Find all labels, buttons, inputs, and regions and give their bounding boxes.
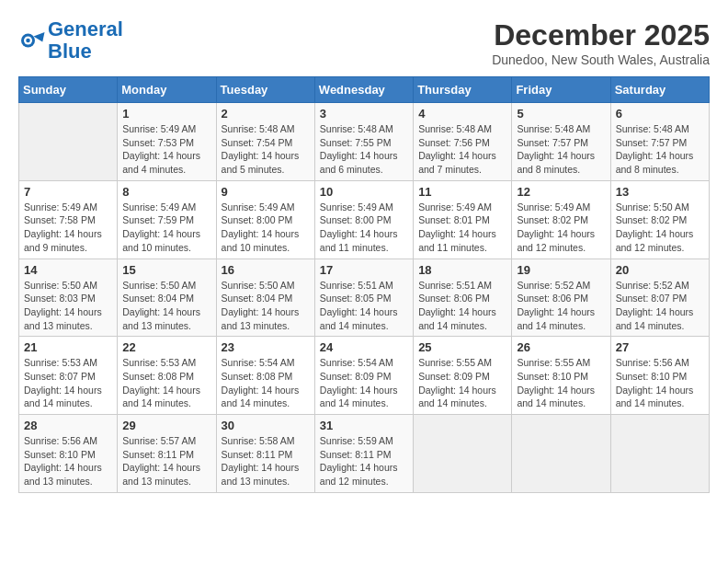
day-number: 27 bbox=[616, 340, 704, 354]
day-info: Sunrise: 5:48 AM Sunset: 7:57 PM Dayligh… bbox=[517, 122, 605, 177]
day-number: 18 bbox=[418, 263, 506, 277]
day-number: 23 bbox=[222, 340, 310, 354]
calendar-cell: 1Sunrise: 5:49 AM Sunset: 7:53 PM Daylig… bbox=[118, 103, 216, 181]
calendar-week-4: 21Sunrise: 5:53 AM Sunset: 8:07 PM Dayli… bbox=[19, 337, 710, 415]
day-info: Sunrise: 5:49 AM Sunset: 7:59 PM Dayligh… bbox=[122, 201, 210, 255]
day-info: Sunrise: 5:48 AM Sunset: 7:55 PM Dayligh… bbox=[320, 122, 408, 177]
day-number: 8 bbox=[122, 185, 210, 199]
title-area: December 2025 Dunedoo, New South Wales, … bbox=[492, 18, 710, 67]
calendar-cell bbox=[512, 415, 610, 493]
svg-point-2 bbox=[26, 39, 30, 43]
day-number: 17 bbox=[320, 263, 408, 277]
calendar-cell: 23Sunrise: 5:54 AM Sunset: 8:08 PM Dayli… bbox=[216, 337, 314, 415]
calendar-cell: 30Sunrise: 5:58 AM Sunset: 8:11 PM Dayli… bbox=[216, 415, 314, 493]
day-number: 26 bbox=[517, 340, 605, 354]
calendar-cell: 24Sunrise: 5:54 AM Sunset: 8:09 PM Dayli… bbox=[314, 337, 413, 415]
calendar-cell: 27Sunrise: 5:56 AM Sunset: 8:10 PM Dayli… bbox=[610, 337, 709, 415]
day-info: Sunrise: 5:51 AM Sunset: 8:06 PM Dayligh… bbox=[418, 279, 506, 333]
calendar-cell bbox=[610, 415, 709, 493]
calendar-cell: 12Sunrise: 5:49 AM Sunset: 8:02 PM Dayli… bbox=[512, 180, 610, 259]
day-number: 14 bbox=[24, 263, 112, 277]
day-info: Sunrise: 5:59 AM Sunset: 8:11 PM Dayligh… bbox=[320, 434, 408, 488]
day-number: 9 bbox=[222, 185, 310, 199]
calendar-cell: 6Sunrise: 5:48 AM Sunset: 7:57 PM Daylig… bbox=[610, 103, 709, 181]
calendar-cell: 25Sunrise: 5:55 AM Sunset: 8:09 PM Dayli… bbox=[414, 337, 512, 415]
calendar-cell: 29Sunrise: 5:57 AM Sunset: 8:11 PM Dayli… bbox=[118, 415, 216, 493]
day-number: 13 bbox=[616, 185, 704, 199]
day-info: Sunrise: 5:48 AM Sunset: 7:54 PM Dayligh… bbox=[222, 122, 310, 177]
day-info: Sunrise: 5:56 AM Sunset: 8:10 PM Dayligh… bbox=[616, 356, 704, 410]
day-header-sunday: Sunday bbox=[19, 77, 118, 103]
day-number: 3 bbox=[320, 107, 408, 121]
day-header-friday: Friday bbox=[512, 77, 610, 103]
calendar-header-row: SundayMondayTuesdayWednesdayThursdayFrid… bbox=[19, 77, 710, 103]
day-number: 12 bbox=[517, 185, 605, 199]
day-header-saturday: Saturday bbox=[610, 77, 709, 103]
day-info: Sunrise: 5:52 AM Sunset: 8:06 PM Dayligh… bbox=[517, 279, 605, 333]
day-info: Sunrise: 5:49 AM Sunset: 7:58 PM Dayligh… bbox=[24, 201, 112, 255]
day-number: 28 bbox=[24, 419, 112, 432]
calendar-cell: 16Sunrise: 5:50 AM Sunset: 8:04 PM Dayli… bbox=[216, 259, 314, 337]
month-title: December 2025 bbox=[492, 18, 710, 52]
day-info: Sunrise: 5:58 AM Sunset: 8:11 PM Dayligh… bbox=[222, 434, 310, 488]
day-number: 24 bbox=[320, 340, 408, 354]
calendar-cell: 2Sunrise: 5:48 AM Sunset: 7:54 PM Daylig… bbox=[216, 103, 314, 181]
calendar-week-2: 7Sunrise: 5:49 AM Sunset: 7:58 PM Daylig… bbox=[19, 180, 710, 259]
calendar-cell: 18Sunrise: 5:51 AM Sunset: 8:06 PM Dayli… bbox=[414, 259, 512, 337]
day-info: Sunrise: 5:49 AM Sunset: 8:02 PM Dayligh… bbox=[517, 201, 605, 255]
day-info: Sunrise: 5:53 AM Sunset: 8:08 PM Dayligh… bbox=[122, 356, 210, 410]
day-number: 15 bbox=[122, 263, 210, 277]
day-info: Sunrise: 5:49 AM Sunset: 8:00 PM Dayligh… bbox=[222, 201, 310, 255]
day-info: Sunrise: 5:49 AM Sunset: 8:00 PM Dayligh… bbox=[320, 201, 408, 255]
calendar-cell: 28Sunrise: 5:56 AM Sunset: 8:10 PM Dayli… bbox=[19, 415, 118, 493]
day-number: 31 bbox=[320, 419, 408, 432]
calendar-week-5: 28Sunrise: 5:56 AM Sunset: 8:10 PM Dayli… bbox=[19, 415, 710, 493]
location: Dunedoo, New South Wales, Australia bbox=[492, 52, 710, 67]
day-info: Sunrise: 5:56 AM Sunset: 8:10 PM Dayligh… bbox=[24, 434, 112, 488]
day-info: Sunrise: 5:50 AM Sunset: 8:04 PM Dayligh… bbox=[122, 279, 210, 333]
calendar-cell: 17Sunrise: 5:51 AM Sunset: 8:05 PM Dayli… bbox=[314, 259, 413, 337]
logo: General Blue bbox=[18, 18, 123, 63]
day-number: 19 bbox=[517, 263, 605, 277]
day-info: Sunrise: 5:55 AM Sunset: 8:10 PM Dayligh… bbox=[517, 356, 605, 410]
day-info: Sunrise: 5:50 AM Sunset: 8:02 PM Dayligh… bbox=[616, 201, 704, 255]
calendar-cell bbox=[414, 415, 512, 493]
calendar-cell: 9Sunrise: 5:49 AM Sunset: 8:00 PM Daylig… bbox=[216, 180, 314, 259]
day-info: Sunrise: 5:55 AM Sunset: 8:09 PM Dayligh… bbox=[418, 356, 506, 410]
calendar-week-3: 14Sunrise: 5:50 AM Sunset: 8:03 PM Dayli… bbox=[19, 259, 710, 337]
day-number: 21 bbox=[24, 340, 112, 354]
calendar-cell bbox=[19, 103, 118, 181]
day-info: Sunrise: 5:50 AM Sunset: 8:03 PM Dayligh… bbox=[24, 279, 112, 333]
calendar-cell: 14Sunrise: 5:50 AM Sunset: 8:03 PM Dayli… bbox=[19, 259, 118, 337]
day-number: 2 bbox=[222, 107, 310, 121]
svg-marker-3 bbox=[34, 32, 45, 42]
calendar-cell: 4Sunrise: 5:48 AM Sunset: 7:56 PM Daylig… bbox=[414, 103, 512, 181]
calendar-cell: 15Sunrise: 5:50 AM Sunset: 8:04 PM Dayli… bbox=[118, 259, 216, 337]
day-number: 10 bbox=[320, 185, 408, 199]
calendar-cell: 13Sunrise: 5:50 AM Sunset: 8:02 PM Dayli… bbox=[610, 180, 709, 259]
page-header: General Blue December 2025 Dunedoo, New … bbox=[18, 18, 710, 67]
calendar-cell: 3Sunrise: 5:48 AM Sunset: 7:55 PM Daylig… bbox=[314, 103, 413, 181]
calendar-cell: 19Sunrise: 5:52 AM Sunset: 8:06 PM Dayli… bbox=[512, 259, 610, 337]
day-info: Sunrise: 5:48 AM Sunset: 7:56 PM Dayligh… bbox=[418, 122, 506, 177]
logo-icon bbox=[18, 27, 46, 54]
calendar-week-1: 1Sunrise: 5:49 AM Sunset: 7:53 PM Daylig… bbox=[19, 103, 710, 181]
calendar-cell: 8Sunrise: 5:49 AM Sunset: 7:59 PM Daylig… bbox=[118, 180, 216, 259]
calendar-cell: 10Sunrise: 5:49 AM Sunset: 8:00 PM Dayli… bbox=[314, 180, 413, 259]
calendar-cell: 31Sunrise: 5:59 AM Sunset: 8:11 PM Dayli… bbox=[314, 415, 413, 493]
logo-text: General Blue bbox=[48, 18, 123, 63]
day-number: 6 bbox=[616, 107, 704, 121]
day-info: Sunrise: 5:50 AM Sunset: 8:04 PM Dayligh… bbox=[222, 279, 310, 333]
day-number: 11 bbox=[418, 185, 506, 199]
day-info: Sunrise: 5:48 AM Sunset: 7:57 PM Dayligh… bbox=[616, 122, 704, 177]
day-info: Sunrise: 5:54 AM Sunset: 8:09 PM Dayligh… bbox=[320, 356, 408, 410]
day-info: Sunrise: 5:49 AM Sunset: 8:01 PM Dayligh… bbox=[418, 201, 506, 255]
day-number: 30 bbox=[222, 419, 310, 432]
calendar-table: SundayMondayTuesdayWednesdayThursdayFrid… bbox=[18, 76, 710, 493]
calendar-cell: 11Sunrise: 5:49 AM Sunset: 8:01 PM Dayli… bbox=[414, 180, 512, 259]
day-header-monday: Monday bbox=[118, 77, 216, 103]
day-number: 5 bbox=[517, 107, 605, 121]
day-number: 20 bbox=[616, 263, 704, 277]
calendar-cell: 22Sunrise: 5:53 AM Sunset: 8:08 PM Dayli… bbox=[118, 337, 216, 415]
day-info: Sunrise: 5:51 AM Sunset: 8:05 PM Dayligh… bbox=[320, 279, 408, 333]
